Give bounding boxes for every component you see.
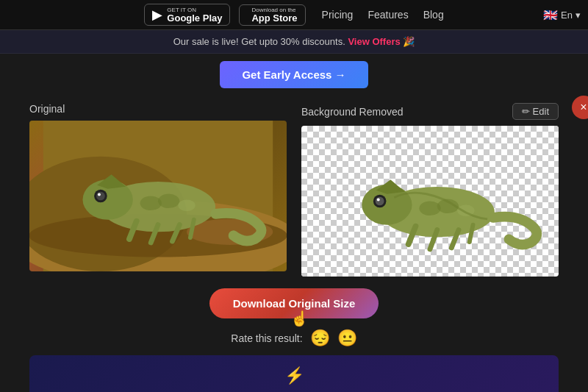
sad-rating-button[interactable]: 😔	[310, 329, 330, 348]
rating-label: Rate this result:	[231, 332, 302, 344]
nav-features[interactable]: Features	[368, 9, 408, 21]
bg-removed-image	[301, 126, 559, 277]
app-store-label: App Store	[251, 13, 297, 23]
svg-point-10	[98, 193, 101, 196]
original-label: Original	[29, 103, 65, 115]
google-play-label: Google Play	[167, 13, 222, 23]
nav-blog[interactable]: Blog	[423, 9, 444, 21]
language-selector[interactable]: 🇬🇧 En ▾	[543, 8, 581, 22]
close-button[interactable]: ×	[572, 96, 588, 119]
rating-area: Rate this result: 😔 😐	[29, 329, 559, 348]
early-access-button[interactable]: Get Early Access →	[220, 61, 368, 88]
sale-text: Our sale is live! Get upto 30% discounts…	[173, 36, 345, 47]
flag-icon: 🇬🇧	[543, 8, 558, 22]
svg-point-9	[96, 192, 105, 201]
navbar: ▶ GET IT ON Google Play Download on the …	[0, 0, 588, 30]
sale-banner: Our sale is live! Get upto 30% discounts…	[0, 30, 588, 54]
app-store-button[interactable]: Download on the App Store	[239, 4, 305, 26]
original-image-box	[29, 121, 287, 271]
svg-point-16	[158, 194, 179, 209]
svg-point-23	[377, 199, 380, 202]
main-content: × Original	[0, 103, 588, 348]
early-access-area: Get Early Access →	[0, 54, 588, 96]
navbar-right: 🇬🇧 En ▾	[536, 8, 581, 22]
svg-point-17	[178, 199, 195, 211]
bg-removed-label-row: Background Removed ✏ Edit	[301, 103, 559, 120]
download-label: Download Original Size	[233, 297, 356, 310]
cursor-icon: ☝	[290, 310, 309, 327]
download-button[interactable]: Download Original Size ☝	[209, 288, 379, 318]
lang-label: En	[561, 10, 573, 21]
original-panel: Original	[29, 103, 287, 277]
original-image	[29, 121, 287, 271]
google-play-button[interactable]: ▶ GET IT ON Google Play	[144, 4, 230, 26]
nav-pricing[interactable]: Pricing	[322, 9, 354, 21]
download-area: Download Original Size ☝	[29, 288, 559, 318]
chevron-down-icon: ▾	[576, 10, 581, 21]
bg-removed-panel: Background Removed ✏ Edit	[301, 103, 559, 277]
original-label-row: Original	[29, 103, 287, 115]
edit-button[interactable]: ✏ Edit	[512, 103, 559, 120]
svg-point-28	[419, 202, 440, 216]
google-play-icon: ▶	[152, 7, 162, 23]
nav-links: Pricing Features Blog	[322, 9, 444, 21]
svg-point-22	[376, 197, 384, 206]
bottom-banner: ⚡ Want to Remove Background from Images …	[29, 355, 559, 392]
bg-removed-image-box	[301, 126, 559, 277]
images-container: Original	[29, 103, 559, 277]
neutral-rating-button[interactable]: 😐	[337, 329, 357, 348]
view-offers-link[interactable]: View Offers	[348, 36, 400, 47]
svg-point-15	[140, 196, 162, 211]
chameleon-original-svg	[29, 121, 287, 271]
bg-removed-label: Background Removed	[301, 106, 404, 118]
sale-emoji: 🎉	[403, 36, 415, 47]
bottom-banner-icon: ⚡	[40, 366, 548, 385]
chameleon-removed-svg	[301, 126, 559, 277]
